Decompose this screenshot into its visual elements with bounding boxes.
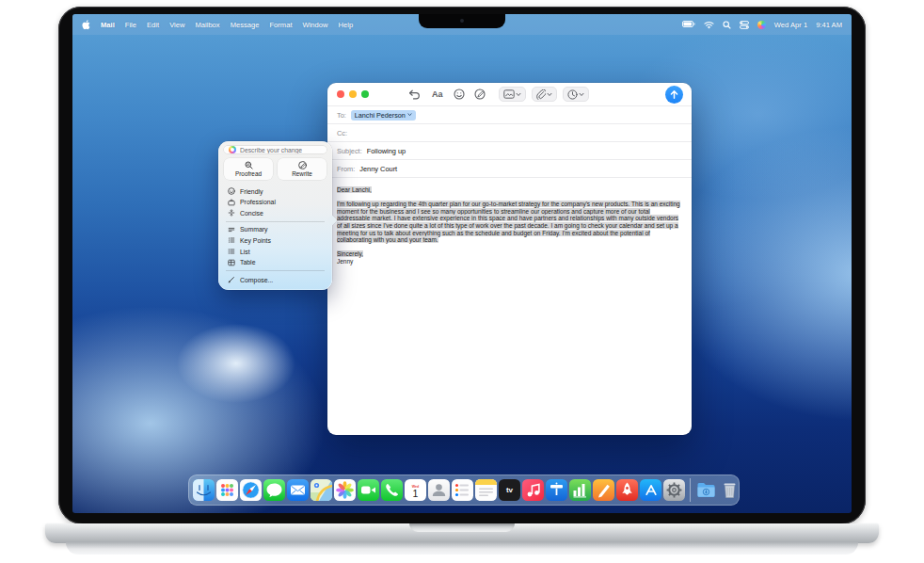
dock-messages-icon[interactable] (263, 479, 285, 501)
menu-item-mailbox[interactable]: Mailbox (195, 21, 219, 29)
compose-toolbar: Aa (327, 83, 692, 105)
dock-reminders-icon[interactable] (452, 479, 473, 501)
menu-item-mail[interactable]: Mail (101, 21, 115, 29)
macbook-deck (45, 523, 879, 543)
send-button[interactable] (665, 86, 683, 104)
zoom-window-button[interactable] (361, 90, 369, 98)
dock: Wed 1 tv (188, 475, 740, 506)
chevron-down-icon (516, 92, 521, 97)
from-label: From: (337, 165, 355, 173)
menu-item-list[interactable]: List (224, 246, 327, 257)
menu-item-help[interactable]: Help (339, 21, 354, 29)
from-field[interactable]: From: Jenny Court (327, 159, 692, 177)
to-field[interactable]: To: Lanchi Pederson (327, 105, 692, 123)
minimize-window-button[interactable] (349, 90, 357, 98)
close-window-button[interactable] (337, 90, 344, 98)
proofread-button[interactable]: Proofread (224, 158, 273, 180)
dock-calendar-icon[interactable]: Wed 1 (405, 479, 426, 501)
professional-briefcase-icon (227, 199, 235, 206)
dock-safari-icon[interactable] (240, 479, 262, 501)
describe-change-input-wrap[interactable] (224, 146, 327, 153)
attachment-button[interactable] (532, 87, 557, 102)
dock-phone-icon[interactable] (381, 479, 403, 501)
send-later-button[interactable] (563, 87, 589, 102)
apple-intelligence-icon (229, 146, 236, 153)
writing-tools-icon[interactable] (474, 88, 486, 100)
chevron-down-icon (579, 92, 584, 97)
dock-tv-icon[interactable]: tv (499, 479, 520, 501)
dock-settings-icon[interactable] (663, 479, 685, 501)
cc-field[interactable]: Cc: (327, 123, 692, 141)
dock-maps-icon[interactable] (311, 479, 332, 501)
dock-photos-icon[interactable] (334, 479, 356, 501)
menu-item-message[interactable]: Message (231, 21, 260, 29)
rewrite-button[interactable]: Rewrite (278, 158, 327, 180)
macbook-lid: Mail File Edit View Mailbox Message Form… (58, 7, 866, 524)
control-center-icon[interactable] (740, 21, 749, 29)
menubar-time[interactable]: 9:41 AM (816, 21, 842, 29)
siri-intelligence-icon[interactable] (757, 21, 766, 29)
menu-item-window[interactable]: Window (303, 21, 328, 29)
subject-field[interactable]: Subject: Following up (327, 141, 692, 159)
dock-trash-icon[interactable] (719, 479, 741, 501)
menu-divider (226, 270, 325, 271)
emoji-icon[interactable] (454, 88, 465, 100)
menu-item-friendly[interactable]: Friendly (224, 185, 327, 197)
dock-notes-icon[interactable] (475, 479, 497, 501)
screenshot-stage: Mail File Edit View Mailbox Message Form… (0, 0, 924, 563)
apple-logo-icon[interactable] (82, 20, 90, 30)
photo-browser-button[interactable] (499, 87, 526, 102)
subject-value: Following up (367, 147, 406, 155)
menu-item-edit[interactable]: Edit (147, 21, 159, 29)
selected-paragraph: I'm following up regarding the 4th quart… (337, 201, 680, 243)
menu-item-summary[interactable]: Summary (224, 224, 327, 235)
dock-contacts-icon[interactable] (428, 479, 450, 501)
wifi-icon[interactable] (704, 21, 714, 29)
dock-divider (690, 478, 691, 502)
message-body[interactable]: Dear Lanchi, I'm following up regarding … (327, 177, 692, 274)
dock-numbers-icon[interactable] (569, 479, 591, 501)
dock-downloads-folder-icon[interactable] (695, 479, 717, 501)
recipient-token[interactable]: Lanchi Pederson (351, 110, 416, 121)
tv-glyph: tv (506, 486, 513, 494)
menu-divider (226, 221, 325, 222)
window-controls (337, 90, 369, 98)
menu-item-format[interactable]: Format (269, 21, 292, 29)
writing-tools-popup: Proofread Rewrite Friendly Professional (218, 141, 332, 290)
dock-games-icon[interactable] (616, 479, 638, 501)
menubar-date[interactable]: Wed Apr 1 (774, 21, 807, 29)
menu-item-compose[interactable]: Compose... (224, 274, 327, 285)
lid-scoop (409, 523, 515, 532)
calendar-day: 1 (413, 489, 419, 499)
dock-facetime-icon[interactable] (358, 479, 379, 501)
describe-change-input[interactable] (240, 147, 322, 153)
battery-icon[interactable] (682, 21, 695, 28)
compose-pencil-icon (227, 276, 235, 283)
to-label: To: (337, 111, 346, 120)
key-points-icon (227, 236, 235, 244)
menu-item-concise[interactable]: Concise (224, 207, 327, 218)
dock-keynote-icon[interactable] (546, 479, 567, 501)
screen: Mail File Edit View Mailbox Message Form… (72, 14, 852, 513)
list-icon (227, 248, 235, 255)
menu-item-key-points[interactable]: Key Points (224, 235, 327, 247)
undo-icon[interactable] (408, 89, 421, 100)
dock-appstore-icon[interactable] (640, 479, 661, 501)
search-icon[interactable] (723, 21, 731, 29)
menu-item-view[interactable]: View (169, 21, 184, 29)
dock-pages-icon[interactable] (593, 479, 614, 501)
from-value: Jenny Court (359, 165, 397, 173)
menu-item-file[interactable]: File (125, 21, 136, 29)
menu-item-table[interactable]: Table (224, 257, 327, 268)
format-text-icon[interactable]: Aa (432, 89, 443, 99)
summary-icon (227, 226, 235, 233)
dock-music-icon[interactable] (522, 479, 544, 501)
dock-launchpad-icon[interactable] (216, 479, 238, 501)
concise-icon (227, 209, 235, 217)
proofread-magnifier-icon (245, 161, 253, 169)
rewrite-icon (298, 161, 307, 169)
menu-item-professional[interactable]: Professional (224, 197, 327, 208)
dock-mail-icon[interactable] (287, 479, 309, 501)
dock-finder-icon[interactable] (193, 479, 215, 501)
cc-label: Cc: (337, 129, 347, 137)
